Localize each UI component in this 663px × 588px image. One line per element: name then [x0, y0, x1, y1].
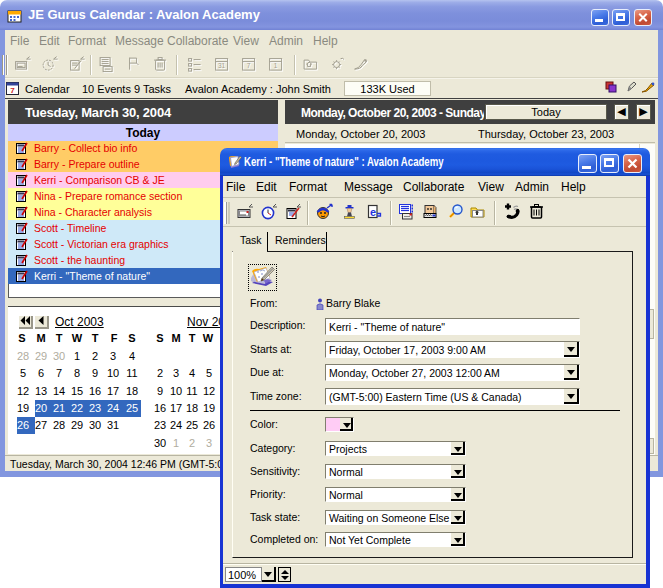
svg-text:1: 1 — [274, 62, 278, 69]
svg-text:e: e — [370, 206, 376, 218]
svg-text:7: 7 — [247, 62, 251, 69]
svg-text:31: 31 — [218, 62, 226, 69]
svg-text:7: 7 — [10, 86, 15, 95]
